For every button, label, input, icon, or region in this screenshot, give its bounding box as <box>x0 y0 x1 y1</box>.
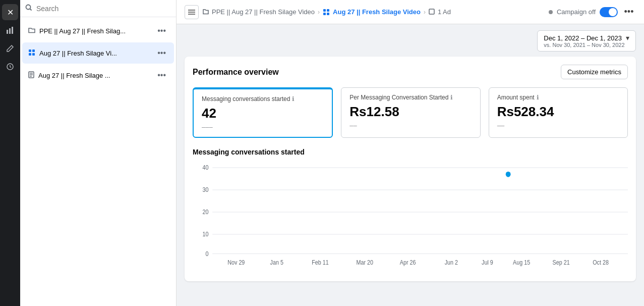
nav-item-fresh-more[interactable]: ••• <box>155 70 168 81</box>
performance-title: Performance overview <box>193 68 279 77</box>
svg-text:10: 10 <box>202 231 208 238</box>
svg-text:Aug 15: Aug 15 <box>513 260 530 266</box>
campaign-status-label: Campaign off <box>557 8 596 16</box>
campaign-status: Campaign off ••• <box>549 5 636 19</box>
metric-amount-spent[interactable]: Amount spent ℹ Rs528.34 –– <box>489 87 628 138</box>
svg-text:0: 0 <box>205 250 208 257</box>
chart-icon-btn[interactable] <box>2 22 18 38</box>
metric-messaging-value: 42 <box>202 106 324 121</box>
nav-item-fresh-label: Aug 27 || Fresh Silage ... <box>38 72 151 79</box>
topbar-more-button[interactable]: ••• <box>622 5 636 19</box>
chart-container: 40 30 20 10 0 Nov 29 Jan 5 Feb 11 Mar 20… <box>193 162 628 273</box>
search-input[interactable] <box>36 5 171 13</box>
svg-rect-2 <box>12 27 13 34</box>
search-icon <box>25 4 32 13</box>
main-content: PPE || Aug 27 || Fresh Silage Video › Au… <box>177 0 644 306</box>
svg-rect-13 <box>323 9 326 12</box>
folder-icon <box>28 27 35 35</box>
metric-messaging-conversations[interactable]: Messaging conversations started ℹ 42 ––– <box>193 87 333 138</box>
nav-item-aug27-more[interactable]: ••• <box>155 47 168 59</box>
edit-icon-btn[interactable] <box>2 40 18 57</box>
nav-item-ppe-label: PPE || Aug 27 || Fresh Silag... <box>39 27 151 35</box>
breadcrumb: PPE || Aug 27 || Fresh Silage Video › Au… <box>203 8 545 16</box>
top-bar: PPE || Aug 27 || Fresh Silage Video › Au… <box>177 0 644 24</box>
breadcrumb-aug27[interactable]: Aug 27 || Fresh Silage Video <box>333 8 421 16</box>
doc-icon <box>28 71 34 80</box>
date-range-vs-text: vs. Nov 30, 2021 – Nov 30, 2022 <box>544 42 624 48</box>
svg-text:Jun 2: Jun 2 <box>445 260 458 266</box>
svg-text:Jan 5: Jan 5 <box>270 260 283 266</box>
breadcrumb-sep-1: › <box>318 9 320 16</box>
svg-text:20: 20 <box>202 209 208 216</box>
nav-item-aug27-label: Aug 27 || Fresh Silage Vi... <box>39 49 151 57</box>
metric-per-messaging-sub: –– <box>349 122 472 129</box>
campaign-toggle[interactable] <box>600 7 618 17</box>
svg-rect-16 <box>327 13 329 15</box>
grid-icon <box>28 49 35 58</box>
perf-header: Performance overview Customize metrics <box>193 65 628 79</box>
campaign-status-dot <box>549 10 553 14</box>
chart-section: Messaging conversations started 40 30 20 <box>193 148 628 273</box>
svg-rect-8 <box>32 53 35 56</box>
breadcrumb-sep-2: › <box>424 9 426 16</box>
svg-rect-0 <box>7 30 8 34</box>
svg-rect-5 <box>29 49 31 52</box>
ad-breadcrumb-icon <box>429 9 435 16</box>
nav-item-aug27[interactable]: Aug 27 || Fresh Silage Vi... ••• <box>22 42 174 64</box>
metric-per-messaging-label: Per Messaging Conversation Started ℹ <box>349 94 472 101</box>
nav-item-ppe[interactable]: PPE || Aug 27 || Fresh Silag... ••• <box>22 20 174 41</box>
folder-breadcrumb-icon <box>203 9 209 16</box>
sidebar-icon-panel: ✕ <box>0 0 20 306</box>
search-bar <box>20 0 176 17</box>
metric-messaging-label: Messaging conversations started ℹ <box>202 95 324 103</box>
metric-per-messaging[interactable]: Per Messaging Conversation Started ℹ Rs1… <box>341 87 480 138</box>
svg-text:Feb 11: Feb 11 <box>312 260 329 266</box>
svg-text:Oct 28: Oct 28 <box>593 260 609 266</box>
metric-amount-label: Amount spent ℹ <box>497 94 619 101</box>
svg-point-4 <box>26 5 31 10</box>
date-range-bar: Dec 1, 2022 – Dec 1, 2023 ▾ vs. Nov 30, … <box>185 30 636 52</box>
svg-text:Jul 9: Jul 9 <box>482 260 493 266</box>
svg-text:30: 30 <box>202 187 208 193</box>
metric-per-messaging-info-icon[interactable]: ℹ <box>450 94 453 101</box>
svg-text:40: 40 <box>202 165 208 171</box>
close-icon-btn[interactable]: ✕ <box>2 4 18 20</box>
svg-text:Apr 26: Apr 26 <box>400 260 416 266</box>
date-range-main-text: Dec 1, 2022 – Dec 1, 2023 <box>544 34 622 42</box>
metrics-row: Messaging conversations started ℹ 42 –––… <box>193 87 628 138</box>
svg-text:Mar 20: Mar 20 <box>356 260 373 266</box>
performance-card: Performance overview Customize metrics M… <box>185 57 636 281</box>
breadcrumb-ppe[interactable]: PPE || Aug 27 || Fresh Silage Video <box>212 8 315 16</box>
metric-messaging-sub: ––– <box>202 123 324 131</box>
metric-per-messaging-value: Rs12.58 <box>349 104 472 120</box>
content-area: Dec 1, 2022 – Dec 1, 2023 ▾ vs. Nov 30, … <box>177 24 644 306</box>
chart-data-point[interactable] <box>506 172 511 177</box>
svg-rect-14 <box>327 9 329 12</box>
svg-text:Nov 29: Nov 29 <box>227 260 245 266</box>
nav-item-fresh[interactable]: Aug 27 || Fresh Silage ... ••• <box>22 65 174 86</box>
history-icon-btn[interactable] <box>2 59 18 75</box>
metric-messaging-info-icon[interactable]: ℹ <box>292 95 295 103</box>
breadcrumb-ad[interactable]: 1 Ad <box>438 8 451 16</box>
metric-amount-info-icon[interactable]: ℹ <box>537 94 539 101</box>
metric-amount-sub: –– <box>497 122 619 129</box>
sidebar-toggle-button[interactable] <box>185 5 199 19</box>
chart-svg: 40 30 20 10 0 Nov 29 Jan 5 Feb 11 Mar 20… <box>193 162 628 273</box>
svg-rect-1 <box>9 28 11 34</box>
svg-rect-15 <box>323 13 326 15</box>
nav-item-ppe-more[interactable]: ••• <box>155 25 168 36</box>
chart-title: Messaging conversations started <box>193 148 628 156</box>
date-range-button[interactable]: Dec 1, 2022 – Dec 1, 2023 ▾ vs. Nov 30, … <box>537 30 636 52</box>
metric-amount-value: Rs528.34 <box>497 104 619 120</box>
svg-rect-7 <box>29 53 31 56</box>
nav-panel: PPE || Aug 27 || Fresh Silag... ••• Aug … <box>20 0 177 306</box>
svg-rect-17 <box>429 9 434 14</box>
svg-text:Sep 21: Sep 21 <box>553 260 570 266</box>
breadcrumb-grid-icon <box>323 9 330 16</box>
chevron-down-icon: ▾ <box>626 34 629 42</box>
customize-metrics-button[interactable]: Customize metrics <box>561 65 628 79</box>
svg-rect-6 <box>32 49 35 52</box>
